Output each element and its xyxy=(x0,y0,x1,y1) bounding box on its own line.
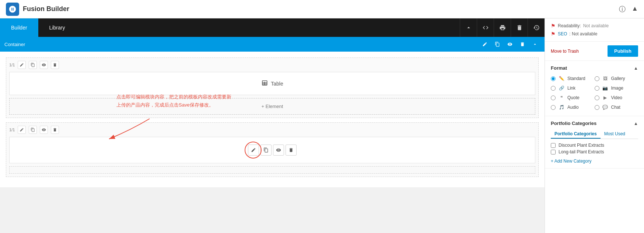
format-section: Format ▲ ✏️ Standard 🖼 Gallery 🔗 Li xyxy=(545,61,644,116)
sidebar-publish-row: Move to Trash Publish xyxy=(545,42,644,61)
row-delete-btn-2[interactable] xyxy=(51,126,59,134)
format-option-quote: ❝ Quote xyxy=(551,94,595,102)
container-copy-btn[interactable] xyxy=(492,39,503,49)
format-label-chat[interactable]: Chat xyxy=(611,105,620,110)
toolbar-trash-btn[interactable] xyxy=(511,18,528,37)
format-label-standard[interactable]: Standard xyxy=(567,76,585,81)
add-category-link[interactable]: + Add New Category xyxy=(551,159,591,164)
format-radio-chat[interactable] xyxy=(595,105,599,110)
format-option-link: 🔗 Link xyxy=(551,84,595,92)
container-delete-btn[interactable] xyxy=(517,39,528,49)
element-visibility-btn-2[interactable] xyxy=(273,145,284,156)
format-radio-audio[interactable] xyxy=(551,105,556,110)
format-radio-video[interactable] xyxy=(595,95,599,100)
sidebar-top: ⚑ Readability: Not available ⚑ SEO : Not… xyxy=(545,18,644,42)
toolbar-code-btn[interactable] xyxy=(477,18,494,37)
format-option-gallery: 🖼 Gallery xyxy=(595,74,638,83)
container-collapse-btn[interactable] xyxy=(530,39,540,49)
seo-icon: ⚑ xyxy=(551,31,556,37)
format-label-quote[interactable]: Quote xyxy=(567,95,580,100)
category-label-longtail[interactable]: Long-tail Plant Extracts xyxy=(559,149,604,154)
format-option-audio: 🎵 Audio xyxy=(551,103,595,111)
element-copy-btn-2[interactable] xyxy=(260,145,272,156)
toolbar-up-btn[interactable] xyxy=(460,18,477,37)
element-delete-btn-2[interactable] xyxy=(286,145,297,156)
tab-library[interactable]: Library xyxy=(38,18,76,37)
toolbar-print-btn[interactable] xyxy=(494,18,511,37)
row-copy-btn-1[interactable] xyxy=(29,61,37,69)
row-visibility-btn-2[interactable] xyxy=(40,126,48,134)
row-visibility-btn-1[interactable] xyxy=(40,61,48,69)
table-element-label: Table xyxy=(271,81,283,87)
container-visibility-btn[interactable] xyxy=(505,39,515,49)
row-copy-btn-2[interactable] xyxy=(29,126,37,134)
format-radio-quote[interactable] xyxy=(551,95,556,100)
canvas-area: Container xyxy=(0,37,545,233)
logo-icon xyxy=(6,3,19,16)
app-title: Fusion Builder xyxy=(23,5,69,13)
add-element-btn-1[interactable]: + Element xyxy=(9,98,535,115)
category-checkbox-discount[interactable] xyxy=(551,143,556,148)
container-header: Container xyxy=(0,37,545,52)
format-option-image: 📷 Image xyxy=(595,84,638,92)
toolbar-right xyxy=(460,18,545,37)
category-label-discount[interactable]: Discount Plant Extracts xyxy=(559,143,604,148)
audio-icon: 🎵 xyxy=(559,104,564,110)
move-to-trash-link[interactable]: Move to Trash xyxy=(551,49,579,54)
quote-icon: ❝ xyxy=(559,95,564,101)
format-radio-gallery[interactable] xyxy=(595,76,599,81)
toolbar-history-btn[interactable] xyxy=(528,18,545,37)
bottom-element-row xyxy=(9,166,535,174)
element-block-2 xyxy=(9,137,535,163)
category-checkbox-longtail[interactable] xyxy=(551,150,556,154)
builder-toolbar: Builder Library xyxy=(0,18,545,37)
format-radio-image[interactable] xyxy=(595,86,599,91)
link-icon: 🔗 xyxy=(559,85,564,91)
help-icon[interactable]: ⓘ xyxy=(619,5,626,14)
right-sidebar: ⚑ Readability: Not available ⚑ SEO : Not… xyxy=(545,18,644,233)
format-section-title: Format xyxy=(551,65,567,71)
format-label-image[interactable]: Image xyxy=(611,86,623,91)
row-header-2: 1/1 xyxy=(9,126,535,134)
format-label-gallery[interactable]: Gallery xyxy=(611,76,625,81)
row-delete-btn-1[interactable] xyxy=(51,61,59,69)
element-edit-btn[interactable] xyxy=(248,145,259,156)
format-label-video[interactable]: Video xyxy=(611,95,622,100)
top-bar: Fusion Builder ⓘ ▲ xyxy=(0,0,644,18)
chat-icon: 💬 xyxy=(602,104,608,110)
row-header-1: 1/1 xyxy=(9,61,535,69)
image-icon: 📷 xyxy=(602,85,608,91)
row-edit-btn-2[interactable] xyxy=(18,126,26,134)
portfolio-section-toggle[interactable]: ▲ xyxy=(634,121,638,126)
portfolio-section: Portfolio Categories ▲ Portfolio Categor… xyxy=(545,116,644,168)
portfolio-section-header: Portfolio Categories ▲ xyxy=(551,121,638,126)
format-radio-standard[interactable] xyxy=(551,76,556,81)
readability-row: ⚑ Readability: Not available xyxy=(551,23,638,29)
container-body: 1/1 xyxy=(0,52,545,187)
container-block: Container xyxy=(0,37,545,187)
seo-value: : Not available xyxy=(569,31,597,36)
format-radio-link[interactable] xyxy=(551,86,556,91)
portfolio-tab-categories[interactable]: Portfolio Categories xyxy=(551,130,601,139)
format-section-toggle[interactable]: ▲ xyxy=(634,66,638,71)
format-options: ✏️ Standard 🖼 Gallery 🔗 Link 📷 Image xyxy=(551,74,638,111)
row-fraction-2: 1/1 xyxy=(9,128,15,132)
main-layout: Builder Library xyxy=(0,18,644,233)
collapse-icon[interactable]: ▲ xyxy=(631,5,638,14)
seo-link[interactable]: SEO xyxy=(558,31,567,36)
container-edit-btn[interactable] xyxy=(480,39,490,49)
row-block-2: 1/1 xyxy=(6,122,539,177)
row-edit-btn-1[interactable] xyxy=(18,61,26,69)
app-logo: Fusion Builder xyxy=(6,3,69,16)
row-block-1: 1/1 xyxy=(6,58,539,118)
portfolio-tab-most-used[interactable]: Most Used xyxy=(601,130,629,139)
canvas-content: Container xyxy=(0,37,545,187)
table-element[interactable]: Table xyxy=(9,72,535,95)
tab-builder[interactable]: Builder xyxy=(0,18,38,37)
portfolio-categories-list: Discount Plant Extracts Long-tail Plant … xyxy=(551,143,638,154)
container-label: Container xyxy=(4,42,480,47)
format-label-link[interactable]: Link xyxy=(567,86,575,91)
publish-button[interactable]: Publish xyxy=(608,45,638,57)
format-label-audio[interactable]: Audio xyxy=(567,105,579,110)
standard-icon: ✏️ xyxy=(559,76,564,81)
